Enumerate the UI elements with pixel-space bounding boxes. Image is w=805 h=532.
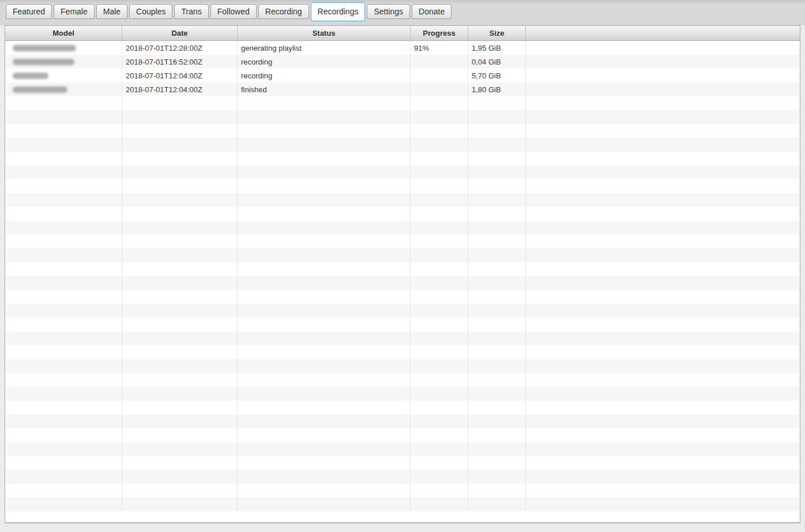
empty-cell — [5, 414, 122, 428]
empty-cell — [238, 207, 411, 221]
tab-donate[interactable]: Donate — [412, 4, 452, 19]
empty-cell — [468, 414, 526, 428]
empty-cell — [526, 428, 800, 442]
empty-cell — [468, 290, 526, 304]
empty-cell — [5, 221, 122, 235]
empty-cell — [122, 276, 238, 290]
empty-cell — [468, 373, 526, 387]
empty-cell — [411, 331, 468, 345]
empty-table-row — [5, 290, 800, 304]
empty-cell — [526, 207, 800, 221]
empty-cell — [122, 373, 238, 387]
empty-cell — [411, 193, 468, 207]
empty-cell — [122, 484, 238, 497]
cell-status: generating playlist — [238, 41, 411, 55]
empty-cell — [411, 235, 468, 248]
table-row[interactable]: 2018-07-01T16:52:00Zrecording0,04 GiB — [5, 55, 800, 69]
table-row[interactable]: 2018-07-01T12:28:00Zgenerating playlist9… — [5, 41, 800, 55]
table-row[interactable]: 2018-07-01T12:04:00Zfinished1,80 GiB — [5, 82, 800, 96]
empty-cell — [238, 152, 411, 165]
empty-cell — [122, 248, 238, 262]
empty-cell — [238, 276, 411, 290]
empty-table-row — [5, 373, 800, 387]
empty-cell — [468, 442, 526, 456]
empty-table-row — [5, 428, 800, 442]
empty-cell — [411, 138, 468, 152]
empty-cell — [238, 345, 411, 359]
empty-cell — [5, 428, 122, 442]
empty-cell — [468, 401, 526, 414]
empty-cell — [5, 442, 122, 456]
empty-cell — [468, 497, 526, 511]
column-header-size[interactable]: Size — [468, 26, 526, 40]
column-header-progress[interactable]: Progress — [411, 26, 468, 40]
empty-cell — [5, 359, 122, 373]
empty-cell — [526, 387, 800, 401]
empty-table-row — [5, 262, 800, 276]
content-area: ModelDateStatusProgressSize 2018-07-01T1… — [0, 25, 805, 532]
tab-recordings[interactable]: Recordings — [311, 2, 366, 21]
empty-cell — [5, 179, 122, 193]
column-header-status[interactable]: Status — [238, 26, 411, 40]
tab-settings[interactable]: Settings — [367, 4, 410, 19]
empty-cell — [411, 456, 468, 470]
empty-cell — [468, 110, 526, 124]
empty-cell — [526, 248, 800, 262]
empty-cell — [411, 290, 468, 304]
empty-table-row — [5, 193, 800, 207]
empty-cell — [411, 373, 468, 387]
tab-couples[interactable]: Couples — [129, 4, 172, 19]
empty-cell — [5, 484, 122, 497]
empty-cell — [122, 428, 238, 442]
empty-table-row — [5, 248, 800, 262]
tab-recording[interactable]: Recording — [258, 4, 309, 19]
cell-status: finished — [238, 82, 411, 96]
tab-followed[interactable]: Followed — [210, 4, 257, 19]
redacted-model-name — [13, 73, 48, 79]
empty-table-row — [5, 387, 800, 401]
empty-cell — [526, 414, 800, 428]
empty-cell — [122, 138, 238, 152]
empty-cell — [122, 193, 238, 207]
tab-featured[interactable]: Featured — [6, 4, 52, 19]
empty-cell — [411, 221, 468, 235]
empty-cell — [122, 442, 238, 456]
empty-cell — [122, 262, 238, 276]
empty-cell — [122, 124, 238, 138]
empty-cell — [411, 124, 468, 138]
cell-progress: 91% — [411, 41, 468, 55]
empty-cell — [526, 110, 800, 124]
table-row[interactable]: 2018-07-01T12:04:00Zrecording5,70 GiB — [5, 69, 800, 82]
empty-cell — [238, 456, 411, 470]
empty-cell — [468, 221, 526, 235]
empty-cell — [5, 110, 122, 124]
empty-cell — [122, 497, 238, 511]
empty-cell — [526, 96, 800, 110]
empty-cell — [411, 401, 468, 414]
empty-table-row — [5, 470, 800, 484]
empty-cell — [411, 497, 468, 511]
tab-male[interactable]: Male — [96, 4, 127, 19]
empty-cell — [5, 318, 122, 331]
empty-cell — [468, 456, 526, 470]
empty-cell — [526, 442, 800, 456]
empty-cell — [238, 248, 411, 262]
column-header-date[interactable]: Date — [122, 26, 238, 40]
empty-cell — [411, 179, 468, 193]
column-header-model[interactable]: Model — [5, 26, 122, 40]
empty-cell — [5, 373, 122, 387]
empty-cell — [526, 290, 800, 304]
empty-cell — [5, 276, 122, 290]
empty-cell — [411, 96, 468, 110]
empty-table-row — [5, 345, 800, 359]
empty-cell — [526, 138, 800, 152]
empty-cell — [5, 304, 122, 318]
tab-trans[interactable]: Trans — [174, 4, 208, 19]
empty-cell — [5, 124, 122, 138]
empty-cell — [526, 235, 800, 248]
empty-cell — [122, 318, 238, 331]
empty-table-row — [5, 484, 800, 497]
tab-female[interactable]: Female — [54, 4, 95, 19]
empty-cell — [122, 235, 238, 248]
redacted-model-name — [13, 59, 74, 65]
